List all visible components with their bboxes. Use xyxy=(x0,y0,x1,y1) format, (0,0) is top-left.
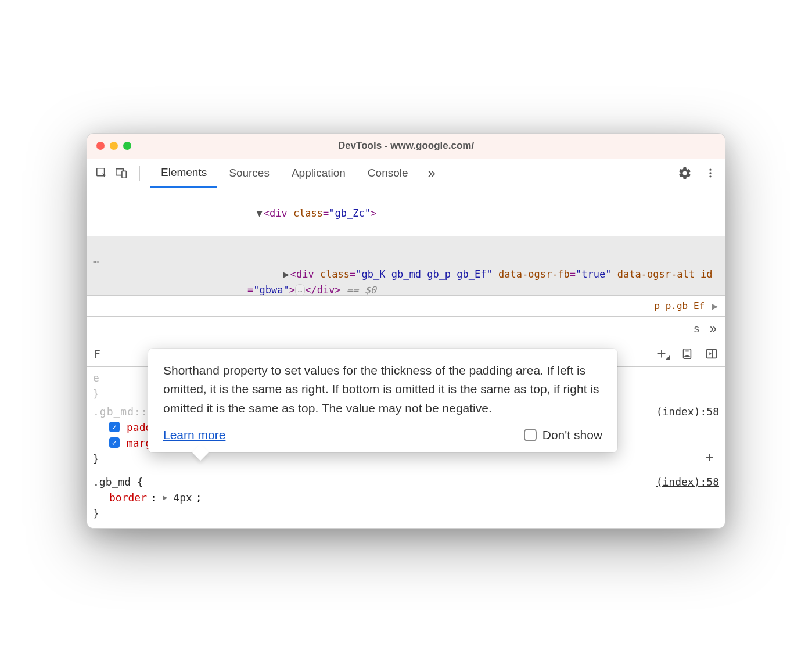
main-toolbar: Elements Sources Application Console » xyxy=(87,159,725,188)
tooltip-text: Shorthand property to set values for the… xyxy=(163,361,602,418)
subtabs-overflow-button[interactable]: » xyxy=(710,321,717,336)
property-description-tooltip: Shorthand property to set values for the… xyxy=(148,349,617,453)
property-enable-checkbox[interactable] xyxy=(109,437,120,448)
styles-subtabs: s » xyxy=(87,317,725,342)
expand-shorthand-icon[interactable]: ▶ xyxy=(163,491,167,504)
row-actions-icon[interactable]: … xyxy=(93,252,99,267)
tab-console[interactable]: Console xyxy=(357,159,419,188)
minimize-window-button[interactable] xyxy=(110,142,118,150)
rule-divider xyxy=(87,470,725,470)
style-rule[interactable]: (index):58 .gb_md { border:▶4px; } xyxy=(93,474,719,521)
tab-application[interactable]: Application xyxy=(281,159,356,188)
tab-sources-label: Sources xyxy=(229,167,270,179)
new-style-rule-icon[interactable] xyxy=(655,346,670,361)
filter-input-prefix[interactable]: F xyxy=(94,348,100,360)
toggle-common-rendering-icon[interactable] xyxy=(680,346,695,361)
subtab-partial[interactable]: s xyxy=(694,323,699,335)
device-toolbar-icon[interactable] xyxy=(114,166,129,181)
close-window-button[interactable] xyxy=(96,142,105,150)
breadcrumb-scroll-right-icon[interactable]: ▶ xyxy=(709,300,720,312)
svg-rect-6 xyxy=(684,349,691,359)
style-declaration[interactable]: border:▶4px; xyxy=(93,490,719,505)
titlebar: DevTools - www.google.com/ xyxy=(87,134,725,159)
inspect-element-icon[interactable] xyxy=(94,166,109,181)
collapsed-children-icon[interactable]: … xyxy=(295,284,305,295)
expand-toggle-icon[interactable]: ▶ xyxy=(283,268,289,280)
svg-point-3 xyxy=(709,169,711,171)
property-enable-checkbox[interactable] xyxy=(109,422,120,432)
dom-breadcrumb[interactable]: p_p.gb_Ef ▶ xyxy=(87,296,725,317)
dom-node[interactable]: ▼<div class="gb_Zc"> xyxy=(87,191,725,236)
window-title: DevTools - www.google.com/ xyxy=(96,140,716,152)
style-close-brace: } xyxy=(93,451,719,466)
tab-elements[interactable]: Elements xyxy=(150,159,217,188)
computed-sidebar-toggle-icon[interactable] xyxy=(704,346,719,361)
svg-point-5 xyxy=(709,175,711,177)
breadcrumb-item[interactable]: p_p.gb_Ef xyxy=(649,299,709,312)
console-reference: == $0 xyxy=(347,284,376,296)
dont-show-label: Don't show xyxy=(542,428,602,442)
tab-sources[interactable]: Sources xyxy=(218,159,280,188)
toolbar-separator xyxy=(657,166,657,181)
maximize-window-button[interactable] xyxy=(123,142,131,150)
dom-tree-panel[interactable]: ▼<div class="gb_Zc"> … ▶<div class="gb_K… xyxy=(87,188,725,296)
learn-more-link[interactable]: Learn more xyxy=(163,428,225,442)
dom-node-selected[interactable]: … ▶<div class="gb_K gb_md gb_p gb_Ef" da… xyxy=(87,236,725,296)
settings-gear-icon[interactable] xyxy=(677,166,692,181)
tab-elements-label: Elements xyxy=(161,166,207,179)
toolbar-separator xyxy=(139,166,140,181)
svg-rect-2 xyxy=(122,171,126,178)
tabs-overflow-button[interactable]: » xyxy=(420,165,444,181)
svg-point-4 xyxy=(709,172,711,174)
dont-show-checkbox[interactable] xyxy=(524,429,537,441)
devtools-window: DevTools - www.google.com/ Elements Sour… xyxy=(87,133,725,529)
style-close-brace: } xyxy=(93,505,719,521)
style-source-link[interactable]: (index):58 xyxy=(656,474,719,490)
kebab-menu-icon[interactable] xyxy=(703,166,718,181)
tab-application-label: Application xyxy=(292,167,346,179)
style-source-link[interactable]: (index):58 xyxy=(656,404,719,419)
tab-console-label: Console xyxy=(368,167,408,179)
expand-toggle-icon[interactable]: ▼ xyxy=(256,207,262,219)
add-declaration-icon[interactable]: + xyxy=(706,447,713,466)
style-selector[interactable]: .gb_md { xyxy=(93,474,719,490)
traffic-lights xyxy=(96,142,131,150)
